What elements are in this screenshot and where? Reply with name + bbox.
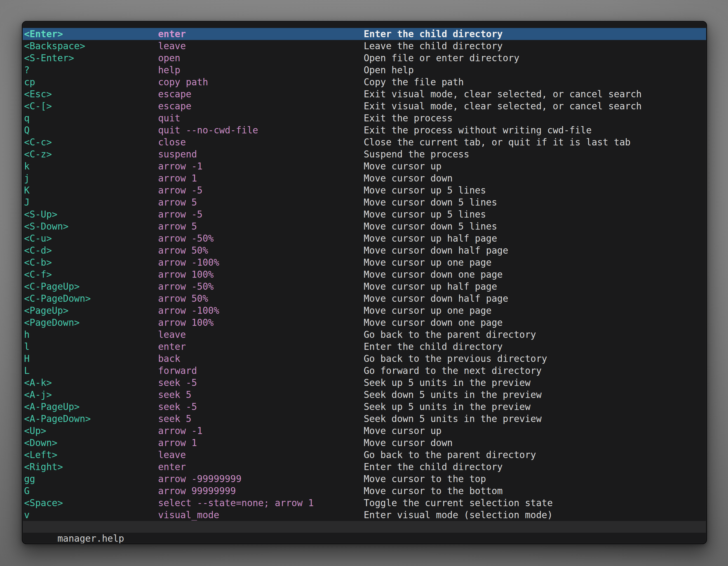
command-cell: seek -5 [158, 377, 364, 389]
key-cell: <S-Enter> [24, 52, 158, 64]
keybinding-row[interactable]: <C-c> close Close the current tab, or qu… [23, 136, 706, 148]
key-cell: <S-Up> [24, 208, 158, 220]
keybinding-row[interactable]: gg arrow -99999999 Move cursor to the to… [23, 473, 706, 485]
command-cell: arrow -1 [158, 425, 364, 437]
keybinding-row[interactable]: <PageUp> arrow -100% Move cursor up one … [23, 304, 706, 316]
keybinding-row[interactable]: <Esc> escape Exit visual mode, clear sel… [23, 88, 706, 100]
command-cell: escape [158, 88, 364, 100]
keybinding-row[interactable]: j arrow 1 Move cursor down [23, 172, 706, 184]
key-cell: <C-f> [24, 269, 158, 281]
keybinding-row[interactable]: L forward Go forward to the next directo… [23, 365, 706, 377]
keybinding-row[interactable]: q quit Exit the process [23, 112, 706, 124]
command-cell: quit [158, 112, 364, 124]
key-cell: <Left> [24, 449, 158, 461]
keybinding-row[interactable]: <C-d> arrow 50% Move cursor down half pa… [23, 245, 706, 257]
description-cell: Toggle the current selection state [364, 497, 706, 509]
key-cell: J [24, 196, 158, 208]
keybinding-row[interactable]: <A-PageDown> seek 5 Seek down 5 units in… [23, 413, 706, 425]
keybinding-row[interactable]: <Down> arrow 1 Move cursor down [23, 437, 706, 449]
keybinding-row[interactable]: k arrow -1 Move cursor up [23, 160, 706, 172]
keybinding-row[interactable]: <C-b> arrow -100% Move cursor up one pag… [23, 257, 706, 269]
keybinding-row[interactable]: <Right> enter Enter the child directory [23, 461, 706, 473]
description-cell: Move cursor up half page [364, 233, 706, 245]
keybinding-row[interactable]: H back Go back to the previous directory [23, 353, 706, 365]
key-cell: <Backspace> [24, 40, 158, 52]
description-cell: Open file or enter directory [364, 52, 706, 64]
keybinding-row[interactable]: <Space> select --state=none; arrow 1 Tog… [23, 497, 706, 509]
keybinding-row[interactable]: cp copy path Copy the file path [23, 76, 706, 88]
key-cell: j [24, 172, 158, 184]
command-cell: leave [158, 449, 364, 461]
key-cell: <A-PageUp> [24, 401, 158, 413]
description-cell: Copy the file path [364, 76, 706, 88]
command-cell: back [158, 353, 364, 365]
keybinding-row[interactable]: <C-u> arrow -50% Move cursor up half pag… [23, 233, 706, 245]
keybinding-row[interactable]: <PageDown> arrow 100% Move cursor down o… [23, 316, 706, 328]
key-cell: k [24, 160, 158, 172]
command-cell: forward [158, 365, 364, 377]
keybinding-row[interactable]: <C-PageUp> arrow -50% Move cursor up hal… [23, 281, 706, 292]
command-cell: enter [158, 461, 364, 473]
keybinding-row[interactable]: <A-j> seek 5 Seek down 5 units in the pr… [23, 389, 706, 401]
description-cell: Move cursor to the top [364, 473, 706, 485]
keybinding-row[interactable]: l enter Enter the child directory [23, 340, 706, 353]
key-cell: <Up> [24, 425, 158, 437]
description-cell: Seek down 5 units in the preview [364, 413, 706, 425]
keybinding-row[interactable]: <C-z> suspend Suspend the process [23, 148, 706, 160]
command-cell: quit --no-cwd-file [158, 124, 364, 136]
description-cell: Move cursor down [364, 172, 706, 184]
status-mode-label: manager.help [57, 533, 124, 544]
key-cell: <C-PageUp> [24, 281, 158, 292]
key-cell: G [24, 485, 158, 497]
description-cell: Go back to the parent directory [364, 449, 706, 461]
command-cell: suspend [158, 148, 364, 160]
description-cell: Move cursor up 5 lines [364, 208, 706, 220]
keybinding-row[interactable]: v visual_mode Enter visual mode (selecti… [23, 509, 706, 521]
keybinding-row[interactable]: <Up> arrow -1 Move cursor up [23, 425, 706, 437]
keybinding-row[interactable]: <C-f> arrow 100% Move cursor down one pa… [23, 269, 706, 281]
keybinding-row[interactable]: Q quit --no-cwd-file Exit the process wi… [23, 124, 706, 136]
keybinding-row[interactable]: <S-Enter> open Open file or enter direct… [23, 52, 706, 64]
key-cell: <C-b> [24, 257, 158, 269]
keybinding-row[interactable]: <Backspace> leave Leave the child direct… [23, 40, 706, 52]
key-cell: <A-j> [24, 389, 158, 401]
command-cell: leave [158, 40, 364, 52]
command-cell: visual_mode [158, 509, 364, 521]
command-cell: seek -5 [158, 401, 364, 413]
description-cell: Move cursor down 5 lines [364, 220, 706, 233]
key-cell: q [24, 112, 158, 124]
key-cell: L [24, 365, 158, 377]
keybinding-row[interactable]: <C-[> escape Exit visual mode, clear sel… [23, 100, 706, 112]
key-cell: h [24, 328, 158, 340]
key-cell: <A-k> [24, 377, 158, 389]
key-cell: Q [24, 124, 158, 136]
command-cell: arrow 1 [158, 172, 364, 184]
keybinding-row[interactable]: <S-Down> arrow 5 Move cursor down 5 line… [23, 220, 706, 233]
keybinding-row[interactable]: <A-k> seek -5 Seek up 5 units in the pre… [23, 377, 706, 389]
keybinding-row[interactable]: J arrow 5 Move cursor down 5 lines [23, 196, 706, 208]
description-cell: Exit visual mode, clear selected, or can… [364, 100, 706, 112]
command-cell: enter [158, 28, 364, 40]
keybinding-row[interactable]: <Left> leave Go back to the parent direc… [23, 449, 706, 461]
command-cell: arrow -50% [158, 233, 364, 245]
description-cell: Move cursor down [364, 437, 706, 449]
key-cell: v [24, 509, 158, 521]
keybinding-row[interactable]: h leave Go back to the parent directory [23, 328, 706, 340]
command-cell: arrow -100% [158, 304, 364, 316]
description-cell: Move cursor down 5 lines [364, 196, 706, 208]
keybinding-row[interactable]: K arrow -5 Move cursor up 5 lines [23, 184, 706, 196]
key-cell: <Enter> [24, 28, 158, 40]
key-cell: <Down> [24, 437, 158, 449]
keybinding-row[interactable]: G arrow 99999999 Move cursor to the bott… [23, 485, 706, 497]
command-cell: copy path [158, 76, 364, 88]
key-cell: <C-z> [24, 148, 158, 160]
command-cell: help [158, 64, 364, 76]
keybinding-row[interactable]: <S-Up> arrow -5 Move cursor up 5 lines [23, 208, 706, 220]
keybinding-row[interactable]: <Enter> enter Enter the child directory [23, 28, 706, 40]
key-cell: H [24, 353, 158, 365]
keybinding-row[interactable]: ? help Open help [23, 64, 706, 76]
keybinding-row[interactable]: <A-PageUp> seek -5 Seek up 5 units in th… [23, 401, 706, 413]
description-cell: Seek up 5 units in the preview [364, 401, 706, 413]
keybinding-row[interactable]: <C-PageDown> arrow 50% Move cursor down … [23, 292, 706, 304]
command-cell: arrow -50% [158, 281, 364, 292]
